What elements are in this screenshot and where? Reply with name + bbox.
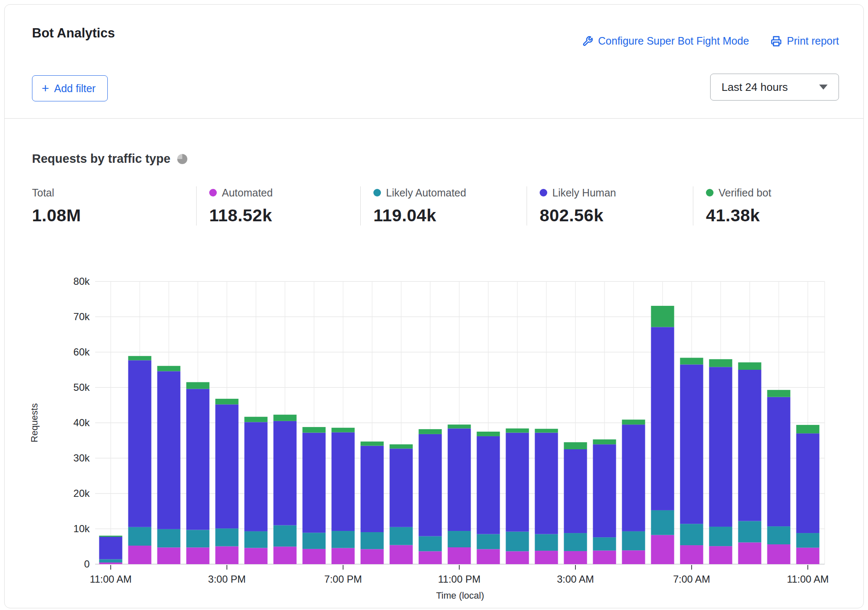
wrench-icon xyxy=(582,36,593,47)
svg-text:30k: 30k xyxy=(73,452,90,464)
stat-color-dot xyxy=(540,189,547,196)
time-range-dropdown[interactable]: Last 24 hours xyxy=(710,74,839,101)
stat-color-dot xyxy=(209,189,217,196)
requests-stacked-bar-chart: 010k20k30k40k50k60k70k80k11:00 AM3:00 PM… xyxy=(5,257,868,610)
plus-icon: + xyxy=(42,82,49,95)
stat-label: Automated xyxy=(222,187,273,199)
traffic-stats-row: Total 1.08M Automated 118.52k Likely Aut… xyxy=(32,186,857,225)
svg-text:Requests: Requests xyxy=(29,403,40,443)
svg-text:0: 0 xyxy=(84,558,90,570)
header-links: Configure Super Bot Fight Mode Print rep… xyxy=(582,35,839,47)
printer-icon xyxy=(771,36,782,47)
svg-text:11:00 AM: 11:00 AM xyxy=(90,573,132,585)
svg-text:80k: 80k xyxy=(73,276,90,287)
chevron-down-icon xyxy=(819,85,828,90)
stat-card: Likely Automated 119.04k xyxy=(360,186,527,225)
header-divider xyxy=(5,118,863,119)
stat-label: Verified bot xyxy=(719,187,771,199)
bot-analytics-page: Bot Analytics Configure Super Bot Fight … xyxy=(0,0,868,610)
stat-value: 802.56k xyxy=(540,206,680,225)
section-title: Requests by traffic type xyxy=(32,152,170,166)
svg-text:70k: 70k xyxy=(73,311,90,322)
stat-card: Total 1.08M xyxy=(32,186,196,225)
section-title-row: Requests by traffic type xyxy=(32,152,187,166)
pie-chart-icon xyxy=(177,154,187,164)
print-report-link[interactable]: Print report xyxy=(771,35,839,47)
stat-card: Likely Human 802.56k xyxy=(527,186,693,225)
svg-text:60k: 60k xyxy=(73,346,90,358)
svg-text:3:00 PM: 3:00 PM xyxy=(208,573,245,585)
print-link-label: Print report xyxy=(787,35,839,47)
add-filter-label: Add filter xyxy=(54,82,96,95)
svg-text:50k: 50k xyxy=(73,382,90,393)
stat-card: Automated 118.52k xyxy=(196,186,360,225)
stat-label: Total xyxy=(32,187,54,199)
svg-text:10k: 10k xyxy=(73,523,90,534)
svg-text:11:00 AM: 11:00 AM xyxy=(787,573,829,585)
page-title: Bot Analytics xyxy=(32,26,115,41)
svg-text:40k: 40k xyxy=(73,417,90,428)
analytics-card: Bot Analytics Configure Super Bot Fight … xyxy=(4,4,864,608)
stat-label: Likely Human xyxy=(552,187,616,199)
stat-card: Verified bot 41.38k xyxy=(693,186,857,225)
svg-text:7:00 PM: 7:00 PM xyxy=(324,573,362,585)
stat-color-dot xyxy=(373,189,381,196)
stat-color-dot xyxy=(706,189,714,196)
configure-super-bot-fight-mode-link[interactable]: Configure Super Bot Fight Mode xyxy=(582,35,749,47)
svg-text:20k: 20k xyxy=(73,488,90,499)
svg-text:11:00 PM: 11:00 PM xyxy=(438,573,481,585)
configure-link-label: Configure Super Bot Fight Mode xyxy=(598,35,749,47)
stat-value: 119.04k xyxy=(373,206,514,225)
stat-label: Likely Automated xyxy=(386,187,466,199)
stat-value: 41.38k xyxy=(706,206,844,225)
stat-value: 118.52k xyxy=(209,206,348,225)
svg-text:Time (local): Time (local) xyxy=(436,590,484,601)
svg-text:3:00 AM: 3:00 AM xyxy=(557,573,594,585)
add-filter-button[interactable]: + Add filter xyxy=(32,75,108,101)
stat-value: 1.08M xyxy=(32,206,184,225)
svg-text:7:00 AM: 7:00 AM xyxy=(673,573,710,585)
time-range-value: Last 24 hours xyxy=(722,81,788,94)
